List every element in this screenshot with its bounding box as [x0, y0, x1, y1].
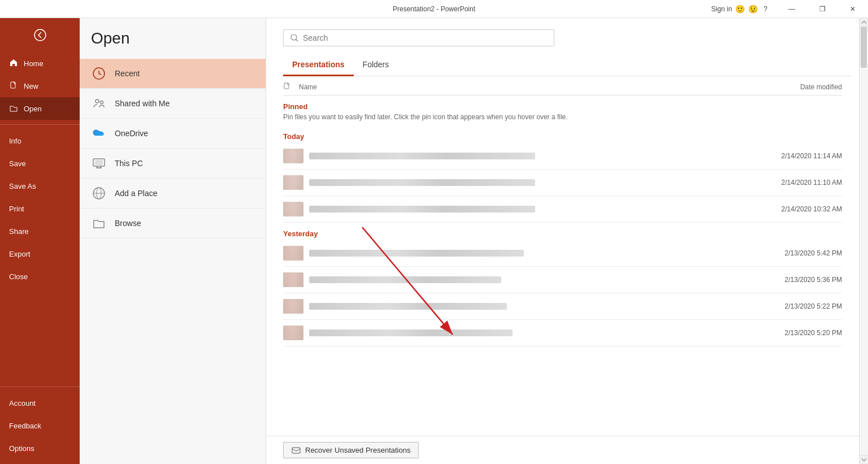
search-box[interactable]: [283, 29, 554, 46]
file-name-area: [309, 206, 752, 213]
app-body: Home New Open Info Save: [0, 18, 868, 464]
file-name-area: [309, 250, 752, 257]
open-icon: [9, 104, 18, 114]
file-date: 2/13/2020 5:22 PM: [752, 302, 842, 310]
section-yesterday-label: Yesterday: [283, 223, 842, 240]
file-name-area: [309, 303, 752, 310]
svg-line-12: [296, 40, 298, 41]
scrollbar-track[interactable]: [859, 18, 868, 464]
location-shared-label: Shared with Me: [115, 99, 170, 108]
window-title: Presentation2 - PowerPoint: [393, 5, 475, 13]
file-date: 2/14/2020 11:14 AM: [752, 152, 842, 160]
sidebar-divider-1: [0, 124, 80, 125]
sidebar-account-label: Account: [9, 399, 36, 407]
location-addplace-label: Add a Place: [115, 189, 158, 198]
file-row[interactable]: 2/13/2020 5:20 PM: [283, 320, 842, 346]
location-browse[interactable]: Browse: [80, 209, 266, 238]
location-panel: Open Recent Shared with Me: [80, 18, 266, 464]
location-recent-label: Recent: [115, 69, 140, 78]
file-row[interactable]: 2/14/2020 10:32 AM: [283, 196, 842, 223]
recent-icon: [91, 66, 107, 81]
recover-bar: Recover Unsaved Presentations: [266, 436, 868, 464]
file-name-area: [309, 153, 752, 159]
sidebar-options-label: Options: [9, 444, 34, 453]
header-icon-col: [283, 82, 299, 92]
sidebar-item-close[interactable]: Close: [0, 265, 80, 288]
file-thumbnail: [283, 272, 303, 287]
location-shared[interactable]: Shared with Me: [80, 89, 266, 119]
close-button[interactable]: ✕: [840, 0, 866, 18]
scrollbar-down-button[interactable]: [860, 455, 868, 464]
addplace-icon: [91, 185, 107, 201]
sidebar-new-label: New: [24, 82, 38, 90]
signin-button[interactable]: Sign in: [711, 5, 732, 13]
sidebar-item-options[interactable]: Options: [0, 437, 80, 459]
sidebar-feedback-label: Feedback: [9, 422, 41, 430]
titlebar: Presentation2 - PowerPoint Sign in 🙂 😟 ?…: [0, 0, 868, 18]
scroll-up-icon: [862, 21, 866, 24]
help-button[interactable]: ?: [761, 0, 770, 18]
maximize-button[interactable]: ❐: [809, 0, 835, 18]
sidebar-home-label: Home: [24, 59, 44, 68]
home-icon: [9, 59, 18, 68]
file-row[interactable]: 2/13/2020 5:42 PM: [283, 240, 842, 267]
recover-label: Recover Unsaved Presentations: [305, 446, 410, 454]
sidebar-item-feedback[interactable]: Feedback: [0, 414, 80, 437]
sidebar-saveas-label: Save As: [9, 182, 36, 190]
file-row[interactable]: 2/14/2020 11:14 AM: [283, 143, 842, 170]
sidebar-item-new[interactable]: New: [0, 75, 80, 97]
signin-area: Sign in 🙂 😟 ?: [707, 0, 774, 18]
recover-button[interactable]: Recover Unsaved Presentations: [283, 442, 419, 458]
file-thumbnail: [283, 299, 303, 314]
file-row[interactable]: 2/14/2020 11:10 AM: [283, 170, 842, 196]
file-name-blurred: [309, 250, 524, 257]
location-onedrive[interactable]: OneDrive: [80, 119, 266, 149]
file-thumbnail: [283, 246, 303, 261]
file-name-area: [309, 276, 752, 283]
header-name-col: Name: [299, 83, 752, 91]
sidebar-save-label: Save: [9, 159, 26, 168]
scroll-down-icon: [862, 458, 866, 461]
file-date: 2/13/2020 5:20 PM: [752, 329, 842, 337]
scrollbar-thumb[interactable]: [861, 23, 867, 68]
file-thumbnail: [283, 202, 303, 216]
file-name-blurred: [309, 276, 501, 283]
location-recent[interactable]: Recent: [80, 59, 266, 89]
file-date: 2/14/2020 10:32 AM: [752, 205, 842, 213]
scrollbar-up-button[interactable]: [860, 18, 868, 27]
svg-rect-16: [292, 448, 300, 453]
minimize-button[interactable]: —: [779, 0, 805, 18]
file-row[interactable]: 2/13/2020 5:36 PM: [283, 267, 842, 293]
sidebar-item-account[interactable]: Account: [0, 392, 80, 414]
thispc-icon: [91, 155, 107, 171]
sidebar-nav: Home New Open Info Save: [0, 52, 80, 382]
tab-presentations[interactable]: Presentations: [283, 55, 354, 76]
file-list-container[interactable]: Name Date modified Pinned Pin files you …: [266, 76, 868, 436]
recover-icon: [292, 446, 301, 454]
sidebar-item-info[interactable]: Info: [0, 129, 80, 152]
sidebar-item-share[interactable]: Share: [0, 220, 80, 242]
sidebar-item-home[interactable]: Home: [0, 52, 80, 75]
section-pinned-desc: Pin files you want to easily find later.…: [283, 113, 842, 125]
sidebar-item-save[interactable]: Save: [0, 152, 80, 175]
titlebar-controls: Sign in 🙂 😟 ? — ❐ ✕: [707, 0, 868, 18]
file-name-area: [309, 179, 752, 186]
search-input[interactable]: [303, 33, 547, 42]
sidebar-item-print[interactable]: Print: [0, 197, 80, 220]
svg-rect-13: [284, 83, 289, 89]
svg-point-11: [291, 34, 297, 40]
location-thispc-label: This PC: [115, 159, 143, 168]
file-row[interactable]: 2/13/2020 5:22 PM: [283, 293, 842, 320]
sidebar-item-save-as[interactable]: Save As: [0, 175, 80, 197]
sidebar-export-label: Export: [9, 250, 31, 258]
back-button[interactable]: [0, 18, 80, 52]
location-addplace[interactable]: Add a Place: [80, 179, 266, 209]
file-thumbnail: [283, 326, 303, 340]
sidebar-print-label: Print: [9, 205, 24, 213]
sidebar-close-label: Close: [9, 272, 28, 281]
sidebar-item-export[interactable]: Export: [0, 242, 80, 265]
location-thispc[interactable]: This PC: [80, 149, 266, 179]
tab-folders[interactable]: Folders: [354, 55, 398, 76]
sidebar-item-open[interactable]: Open: [0, 97, 80, 120]
onedrive-icon: [91, 125, 107, 141]
